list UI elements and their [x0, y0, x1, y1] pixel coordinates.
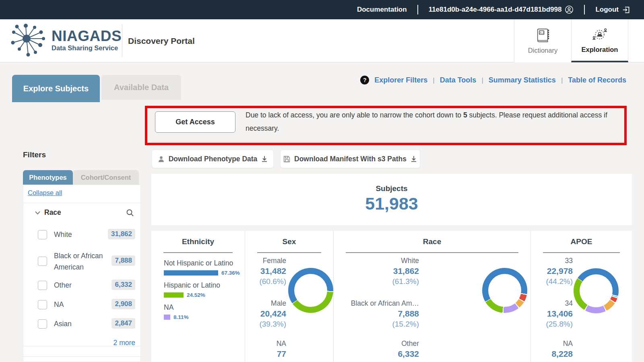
ethnicity-group: Not Hispanic or Latino67.36%	[164, 259, 242, 276]
access-alert-message: Due to lack of access, you are only able…	[246, 109, 627, 135]
checkbox[interactable]	[38, 230, 47, 239]
ethnicity-bar[interactable]	[164, 315, 170, 320]
sex-donut-chart[interactable]	[288, 268, 333, 313]
download-manifest-label: Download Manifest With s3 Paths	[294, 155, 407, 163]
stat-percent: (61.3%)	[345, 276, 419, 286]
search-icon[interactable]	[126, 209, 134, 217]
chart-race: Race White31,862(61.3%)Black or African …	[333, 231, 530, 362]
nav-tab-exploration[interactable]: Exploration	[571, 19, 628, 62]
filter-count-badge: 2,908	[111, 299, 135, 309]
sex-stats: Female31,482(60.6%)Male20,424(39.3%)NA77	[248, 256, 286, 362]
nav-dictionary-label: Dictionary	[528, 47, 557, 54]
stat-value: 31,482	[248, 266, 286, 276]
get-access-button[interactable]: Get Access	[155, 111, 235, 133]
topbar: Documentation 11e81d0b-a24e-4966-aa1d-d4…	[0, 0, 644, 19]
quick-link-table-of-records[interactable]: Table of Records	[568, 76, 626, 84]
checkbox[interactable]	[38, 257, 47, 266]
portal-title: Discovery Portal	[128, 19, 195, 62]
exploration-people-icon	[591, 27, 608, 43]
apoe-donut-chart[interactable]	[574, 268, 619, 313]
quick-link-data-tools[interactable]: Data Tools	[440, 76, 477, 84]
documentation-label: Documentation	[357, 6, 407, 14]
stat-value: 22,978	[537, 266, 573, 276]
quick-link-separator: |	[561, 76, 563, 84]
niagads-logo[interactable]: NIAGADS Data Sharing Service	[10, 23, 122, 58]
logout-button[interactable]: Logout	[595, 6, 630, 14]
stat-group: White31,862(61.3%)	[345, 256, 419, 286]
race-section-label: Race	[44, 208, 61, 217]
brand-name: NIAGADS	[52, 29, 122, 44]
brand-text: NIAGADS Data Sharing Service	[52, 29, 122, 52]
download-manifest-button[interactable]: Download Manifest With s3 Paths	[280, 150, 420, 168]
stat-label: Black or African Am…	[345, 298, 419, 309]
stat-group: Black or African Am…7,888(15.2%)	[345, 298, 419, 329]
filter-tab-phenotypes[interactable]: Phenotypes	[23, 170, 73, 185]
tab-available-data[interactable]: Available Data	[101, 75, 181, 100]
chevron-down-icon[interactable]	[35, 211, 41, 215]
download-phenotype-label: Download Phenotype Data	[169, 155, 258, 163]
race-stats: White31,862(61.3%)Black or African Am…7,…	[345, 256, 419, 362]
quick-link-explorer-filters[interactable]: Explorer Filters	[374, 76, 427, 84]
stat-value: 13,406	[537, 309, 573, 319]
filter-count-badge: 7,888	[111, 255, 135, 266]
stat-percent: (25.8%)	[537, 319, 573, 329]
filter-count-badge: 2,847	[111, 318, 135, 329]
ethnicity-bar-row: 24.52%	[164, 292, 242, 298]
filter-label: Asian	[54, 318, 104, 329]
stat-percent: (15.2%)	[345, 319, 419, 329]
logout-icon	[622, 6, 630, 14]
stat-value: 31,862	[345, 266, 419, 276]
ethnicity-bar-value: 8.11%	[173, 314, 189, 320]
nav-tab-dictionary[interactable]: A-Z Dictionary	[514, 19, 571, 62]
chart-title-apoe: APOE	[531, 237, 632, 246]
help-question-icon[interactable]: ?	[360, 76, 369, 84]
checkbox[interactable]	[38, 281, 47, 290]
header-divider	[122, 24, 122, 57]
collapse-all-link[interactable]: Collapse all	[28, 189, 62, 197]
stat-label: Other	[345, 339, 419, 349]
filter-row-asian: Asian2,847	[23, 317, 140, 331]
svg-text:A-Z: A-Z	[540, 31, 544, 34]
filter-label: Other	[54, 280, 104, 291]
ethnicity-group: Hispanic or Latino24.52%	[164, 281, 242, 298]
filter-label: Black or African American	[54, 250, 104, 273]
stat-group: NA8,228	[537, 339, 573, 359]
documentation-link[interactable]: Documentation	[357, 6, 407, 14]
checkbox[interactable]	[38, 300, 47, 309]
chart-title-underline	[346, 252, 518, 253]
filter-tab-cohort-consent[interactable]: Cohort/Consent	[73, 170, 139, 185]
race-donut-chart[interactable]	[482, 268, 527, 313]
filter-row-other: Other6,332	[23, 278, 140, 292]
ethnicity-bar[interactable]	[164, 292, 184, 298]
ethnicity-bars: Not Hispanic or Latino67.36%Hispanic or …	[164, 259, 242, 325]
stat-group: Other6,332	[345, 339, 419, 359]
download-phenotype-button[interactable]: Download Phenotype Data	[152, 150, 274, 168]
stat-value: 77	[248, 349, 286, 359]
ethnicity-bar-value: 67.36%	[221, 270, 240, 276]
stat-label: NA	[248, 339, 286, 349]
quick-link-summary-statistics[interactable]: Summary Statistics	[489, 76, 556, 84]
tab-explore-subjects[interactable]: Explore Subjects	[12, 75, 100, 102]
chart-title-underline	[543, 252, 620, 253]
chart-apoe: APOE 3322,978(44.2%)3413,406(25.8%)NA8,2…	[530, 231, 632, 362]
stat-group: Female31,482(60.6%)	[248, 256, 286, 286]
chart-ethnicity: Ethnicity Not Hispanic or Latino67.36%Hi…	[151, 231, 245, 362]
ethnicity-category-label: Hispanic or Latino	[164, 281, 242, 290]
dictionary-book-icon: A-Z	[535, 27, 551, 43]
filter-row-na: NA2,908	[23, 298, 140, 311]
stat-value: 8,228	[537, 349, 573, 359]
stat-group: 3413,406(25.8%)	[537, 298, 573, 329]
stat-group: NA77	[248, 339, 286, 359]
subjects-summary-card: Subjects 51,983	[151, 174, 632, 225]
filter-row-black-or-african-american: Black or African American7,888	[23, 249, 140, 273]
ethnicity-group: NA8.11%	[164, 303, 242, 320]
chart-sex: Sex Female31,482(60.6%)Male20,424(39.3%)…	[245, 231, 333, 362]
chart-title-sex: Sex	[245, 237, 333, 246]
checkbox[interactable]	[38, 319, 47, 329]
network-logo-icon	[10, 23, 48, 58]
session-account[interactable]: 11e81d0b-a24e-4966-aa1d-d47d181bd998	[429, 5, 574, 14]
discovery-portal-page: Documentation 11e81d0b-a24e-4966-aa1d-d4…	[0, 0, 644, 362]
ethnicity-bar[interactable]	[164, 270, 218, 276]
alert-divider	[151, 142, 624, 142]
filter-section-race[interactable]: Race	[23, 204, 140, 223]
